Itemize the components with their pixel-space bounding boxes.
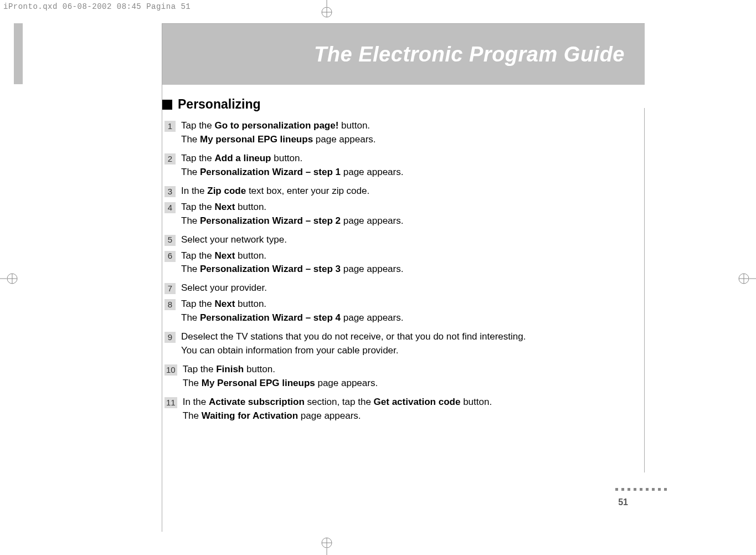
title-band: The Electronic Program Guide bbox=[162, 24, 645, 85]
step-bold: My Personal EPG lineups bbox=[202, 378, 315, 388]
step-body: Tap the Add a lineup button. The Persona… bbox=[181, 152, 623, 179]
step-bold: Zip code bbox=[207, 186, 246, 196]
step-number: 3 bbox=[164, 186, 176, 197]
step-number: 6 bbox=[164, 251, 176, 262]
step-body: In the Activate subscription section, ta… bbox=[183, 396, 623, 423]
step-6: 6 Tap the Next button. The Personalizati… bbox=[164, 250, 623, 276]
step-text: page appears. bbox=[313, 134, 376, 145]
step-9: 9 Deselect the TV stations that you do n… bbox=[164, 331, 623, 357]
page-title: The Electronic Program Guide bbox=[314, 43, 625, 66]
section-bullet-icon bbox=[162, 100, 172, 110]
step-text: section, tap the bbox=[305, 397, 374, 407]
crop-mark-left bbox=[0, 269, 20, 289]
step-text: Tap the bbox=[181, 299, 215, 309]
step-bold: Get activation code bbox=[374, 397, 461, 407]
step-text: Deselect the TV stations that you do not… bbox=[181, 331, 526, 342]
step-text: The bbox=[181, 264, 200, 274]
step-5: 5 Select your network type. bbox=[164, 234, 623, 246]
left-gray-bar bbox=[14, 23, 23, 84]
step-text: Tap the bbox=[181, 250, 215, 261]
step-bold: Go to personalization page! bbox=[215, 120, 339, 131]
step-text: button. bbox=[460, 397, 492, 407]
step-text: Tap the bbox=[181, 120, 215, 131]
steps-list: 1 Tap the Go to personalization page! bu… bbox=[164, 120, 623, 423]
step-text: text box, enter your zip code. bbox=[246, 186, 369, 196]
step-1: 1 Tap the Go to personalization page! bu… bbox=[164, 120, 623, 146]
step-bold: My personal EPG lineups bbox=[200, 134, 313, 145]
page-area: The Electronic Program Guide Personalizi… bbox=[162, 23, 645, 532]
step-bold: Personalization Wizard – step 2 bbox=[200, 215, 341, 226]
decorative-dots bbox=[615, 488, 667, 491]
step-number: 1 bbox=[164, 121, 176, 132]
step-body: Select your provider. bbox=[181, 282, 623, 295]
step-text: button. bbox=[235, 202, 266, 212]
step-number: 11 bbox=[164, 397, 177, 408]
step-number: 5 bbox=[164, 235, 176, 246]
step-text: page appears. bbox=[341, 167, 403, 177]
step-11: 11 In the Activate subscription section,… bbox=[164, 396, 623, 423]
step-body: Tap the Next button. The Personalization… bbox=[181, 201, 623, 228]
step-text: page appears. bbox=[341, 264, 403, 274]
step-text: In the bbox=[183, 397, 209, 407]
step-text: The bbox=[181, 134, 200, 145]
step-bold: Personalization Wizard – step 4 bbox=[200, 312, 341, 323]
step-bold: Next bbox=[215, 250, 235, 261]
step-number: 9 bbox=[164, 332, 176, 343]
step-text: page appears. bbox=[315, 378, 378, 388]
step-number: 4 bbox=[164, 202, 176, 213]
step-bold: Finish bbox=[216, 364, 244, 374]
section-heading: Personalizing bbox=[178, 97, 261, 112]
step-text: Tap the bbox=[183, 364, 217, 374]
step-text: In the bbox=[181, 186, 207, 196]
step-text: page appears. bbox=[341, 215, 403, 226]
step-bold: Activate subscription bbox=[209, 397, 305, 407]
step-text: button. bbox=[235, 250, 266, 261]
content-area: Personalizing 1 Tap the Go to personaliz… bbox=[162, 97, 623, 429]
page-number: 51 bbox=[618, 497, 628, 507]
crop-mark-right bbox=[736, 269, 756, 289]
step-text: Tap the bbox=[181, 153, 215, 163]
step-body: Tap the Go to personalization page! butt… bbox=[181, 120, 623, 146]
step-body: In the Zip code text box, enter your zip… bbox=[181, 185, 623, 198]
step-text: button. bbox=[244, 364, 275, 374]
step-text: The bbox=[181, 167, 200, 177]
step-number: 8 bbox=[164, 299, 176, 310]
step-body: Tap the Finish button. The My Personal E… bbox=[183, 363, 623, 390]
step-number: 2 bbox=[164, 153, 176, 165]
step-7: 7 Select your provider. bbox=[164, 282, 623, 295]
step-text: The bbox=[183, 410, 202, 421]
step-text: The bbox=[181, 312, 200, 323]
section-heading-row: Personalizing bbox=[162, 97, 623, 112]
crop-mark-top bbox=[317, 0, 337, 20]
step-body: Deselect the TV stations that you do not… bbox=[181, 331, 623, 357]
step-4: 4 Tap the Next button. The Personalizati… bbox=[164, 201, 623, 228]
step-text: Select your network type. bbox=[181, 234, 287, 245]
step-3: 3 In the Zip code text box, enter your z… bbox=[164, 185, 623, 198]
step-bold: Waiting for Activation bbox=[202, 410, 298, 421]
step-text: The bbox=[181, 215, 200, 226]
step-body: Tap the Next button. The Personalization… bbox=[181, 298, 623, 325]
step-text: page appears. bbox=[298, 410, 361, 421]
step-2: 2 Tap the Add a lineup button. The Perso… bbox=[164, 152, 623, 179]
step-text: button. bbox=[235, 299, 266, 309]
step-number: 10 bbox=[164, 364, 177, 376]
step-text: button. bbox=[338, 120, 370, 131]
step-text: Select your provider. bbox=[181, 282, 267, 293]
step-text: button. bbox=[271, 153, 303, 163]
step-text: You can obtain information from your cab… bbox=[181, 345, 399, 356]
step-bold: Add a lineup bbox=[215, 153, 271, 163]
print-header: iPronto.qxd 06-08-2002 08:45 Pagina 51 bbox=[3, 2, 191, 11]
step-text: Tap the bbox=[181, 202, 215, 212]
step-body: Tap the Next button. The Personalization… bbox=[181, 250, 623, 276]
step-bold: Personalization Wizard – step 1 bbox=[200, 167, 341, 177]
crop-mark-bottom bbox=[317, 535, 337, 555]
step-8: 8 Tap the Next button. The Personalizati… bbox=[164, 298, 623, 325]
step-bold: Next bbox=[215, 299, 235, 309]
step-bold: Personalization Wizard – step 3 bbox=[200, 264, 341, 274]
page-right-border bbox=[644, 108, 645, 472]
step-text: page appears. bbox=[341, 312, 403, 323]
step-bold: Next bbox=[215, 202, 235, 212]
step-body: Select your network type. bbox=[181, 234, 623, 246]
step-number: 7 bbox=[164, 283, 176, 294]
step-10: 10 Tap the Finish button. The My Persona… bbox=[164, 363, 623, 390]
